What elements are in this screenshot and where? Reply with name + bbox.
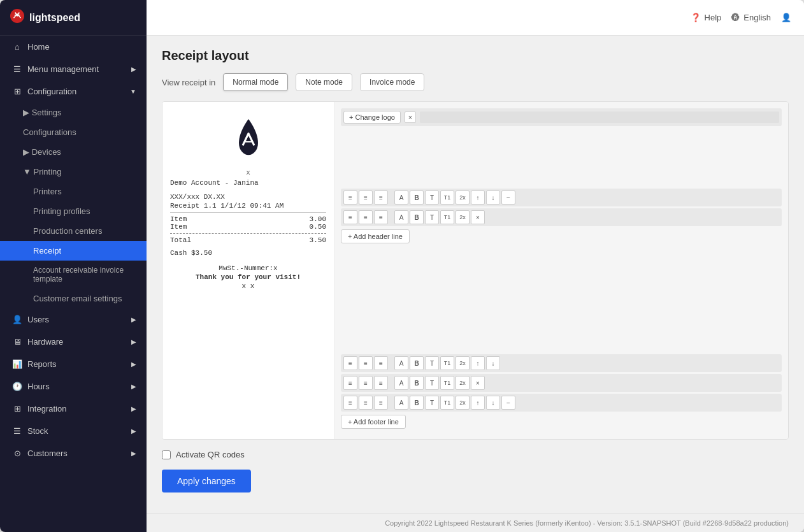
sidebar-item-stock[interactable]: ☰ Stock ▶ [0, 420, 147, 442]
f-font-t-btn-2[interactable]: T [425, 376, 439, 390]
f-align-left-btn-3[interactable]: ≡ [343, 396, 357, 410]
f-font-b-btn-3[interactable]: B [410, 396, 424, 410]
font-b-btn-2[interactable]: B [410, 210, 424, 224]
font-a-btn-1[interactable]: A [394, 191, 408, 205]
sidebar-item-reports[interactable]: 📊 Reports ▶ [0, 353, 147, 375]
bottom-actions: Activate QR codes Apply changes [162, 450, 789, 492]
f-align-left-btn-2[interactable]: ≡ [343, 376, 357, 390]
close-btn-2[interactable]: × [471, 210, 485, 224]
sidebar-item-configurations[interactable]: Configurations [0, 122, 147, 142]
font-t1-btn-1[interactable]: T1 [440, 191, 454, 205]
f-font-t1-btn-1[interactable]: T1 [440, 356, 454, 370]
move-up-btn-1[interactable]: ↑ [471, 191, 485, 205]
help-button[interactable]: ❓ Help [691, 13, 722, 22]
page-footer: Copyright 2022 Lightspeed Restaurant K S… [147, 514, 804, 532]
tab-normal-mode[interactable]: Normal mode [223, 73, 288, 91]
qr-checkbox[interactable] [162, 450, 171, 459]
align-left-btn-1[interactable]: ≡ [343, 191, 357, 205]
f-font-b-btn-1[interactable]: B [410, 356, 424, 370]
align-left-btn-2[interactable]: ≡ [343, 210, 357, 224]
sidebar-item-printing[interactable]: ▼ Printing [0, 162, 147, 182]
tab-note-mode[interactable]: Note mode [296, 73, 352, 91]
sidebar: lightspeed ⌂ Home ☰ Menu management ▶ ⊞ … [0, 0, 147, 532]
header-ctrl-row-1: ≡ ≡ ≡ A B T T1 2x ↑ ↓ − [341, 189, 782, 206]
font-2x-btn-2[interactable]: 2x [456, 210, 470, 224]
f-align-left-btn-1[interactable]: ≡ [343, 356, 357, 370]
logo-close-button[interactable]: × [405, 111, 416, 123]
minus-btn-1[interactable]: − [501, 191, 515, 205]
f-move-down-btn-3[interactable]: ↓ [486, 396, 500, 410]
sidebar-item-settings[interactable]: ▶ Settings [0, 103, 147, 122]
f-move-up-btn-1[interactable]: ↑ [471, 356, 485, 370]
sidebar-item-hardware[interactable]: 🖥 Hardware ▶ [0, 331, 147, 353]
sidebar-item-receipt[interactable]: Receipt [0, 241, 147, 261]
sidebar-item-customers[interactable]: ⊙ Customers ▶ [0, 442, 147, 464]
font-a-btn-2[interactable]: A [394, 210, 408, 224]
sidebar-item-customer-email[interactable]: Customer email settings [0, 289, 147, 308]
font-t-btn-1[interactable]: T [425, 191, 439, 205]
f-move-down-btn-1[interactable]: ↓ [486, 356, 500, 370]
align-center-btn-2[interactable]: ≡ [359, 210, 373, 224]
f-font-2x-btn-1[interactable]: 2x [456, 356, 470, 370]
f-font-t1-btn-3[interactable]: T1 [440, 396, 454, 410]
footer-ctrl-row-3: ≡ ≡ ≡ A B T T1 2x ↑ ↓ − [341, 394, 782, 412]
config-arrow: ▼ [130, 88, 136, 95]
f-font-2x-btn-3[interactable]: 2x [456, 396, 470, 410]
f-align-right-btn-2[interactable]: ≡ [374, 376, 388, 390]
f-font-b-btn-2[interactable]: B [410, 376, 424, 390]
font-t1-btn-2[interactable]: T1 [440, 210, 454, 224]
align-right-btn-2[interactable]: ≡ [374, 210, 388, 224]
devices-arrow: ▶ [23, 147, 32, 157]
add-header-line-button[interactable]: + Add header line [341, 229, 410, 243]
apply-changes-button[interactable]: Apply changes [162, 470, 251, 492]
receipt-x: x [170, 169, 326, 176]
sidebar-item-menu-label: Menu management [27, 64, 99, 74]
sidebar-item-devices[interactable]: ▶ Devices [0, 142, 147, 162]
sidebar-item-hours[interactable]: 🕐 Hours ▶ [0, 375, 147, 398]
sidebar-item-production-centers[interactable]: Production centers [0, 221, 147, 241]
font-t-btn-2[interactable]: T [425, 210, 439, 224]
sidebar-item-account-receivable[interactable]: Account receivable invoice template [0, 261, 147, 289]
f-align-center-btn-2[interactable]: ≡ [359, 376, 373, 390]
sidebar-item-printing-profiles[interactable]: Printing profiles [0, 201, 147, 221]
sidebar-item-configuration[interactable]: ⊞ Configuration ▼ [0, 80, 147, 103]
move-down-btn-1[interactable]: ↓ [486, 191, 500, 205]
f-align-center-btn-3[interactable]: ≡ [359, 396, 373, 410]
f-minus-btn-3[interactable]: − [501, 396, 515, 410]
user-button[interactable]: 👤 [781, 13, 791, 22]
sidebar-item-printers[interactable]: Printers [0, 182, 147, 201]
hardware-icon: 🖥 [12, 337, 22, 347]
receipt-ref: XXX/xxx DX.XX [170, 193, 326, 201]
f-font-a-btn-3[interactable]: A [394, 396, 408, 410]
f-font-t1-btn-2[interactable]: T1 [440, 376, 454, 390]
f-align-center-btn-1[interactable]: ≡ [359, 356, 373, 370]
font-b-btn-1[interactable]: B [410, 191, 424, 205]
qr-label: Activate QR codes [176, 450, 245, 459]
sidebar-item-home[interactable]: ⌂ Home [0, 36, 147, 58]
align-right-btn-1[interactable]: ≡ [374, 191, 388, 205]
app-logo[interactable]: lightspeed [0, 0, 147, 36]
sidebar-item-menu-management[interactable]: ☰ Menu management ▶ [0, 58, 147, 80]
align-center-btn-1[interactable]: ≡ [359, 191, 373, 205]
f-move-up-btn-3[interactable]: ↑ [471, 396, 485, 410]
font-2x-btn-1[interactable]: 2x [456, 191, 470, 205]
f-font-a-btn-1[interactable]: A [394, 356, 408, 370]
f-font-2x-btn-2[interactable]: 2x [456, 376, 470, 390]
app-name: lightspeed [29, 12, 80, 24]
change-logo-button[interactable]: + Change logo [343, 111, 401, 124]
add-footer-line-button[interactable]: + Add footer line [341, 415, 406, 429]
f-close-btn-2[interactable]: × [471, 376, 485, 390]
f-font-t-btn-3[interactable]: T [425, 396, 439, 410]
language-selector[interactable]: 🅐 English [731, 13, 771, 22]
f-align-right-btn-3[interactable]: ≡ [374, 396, 388, 410]
tab-invoice-mode[interactable]: Invoice mode [360, 73, 424, 91]
stock-arrow: ▶ [131, 428, 136, 435]
receipt-number: Receipt 1.1 1/1/12 09:41 AM [170, 202, 326, 210]
receipt-logo [170, 110, 326, 169]
f-font-t-btn-1[interactable]: T [425, 356, 439, 370]
f-font-a-btn-2[interactable]: A [394, 376, 408, 390]
sidebar-item-integration[interactable]: ⊞ Integration ▶ [0, 398, 147, 420]
customers-icon: ⊙ [12, 449, 22, 458]
sidebar-item-users[interactable]: 👤 Users ▶ [0, 308, 147, 331]
f-align-right-btn-1[interactable]: ≡ [374, 356, 388, 370]
